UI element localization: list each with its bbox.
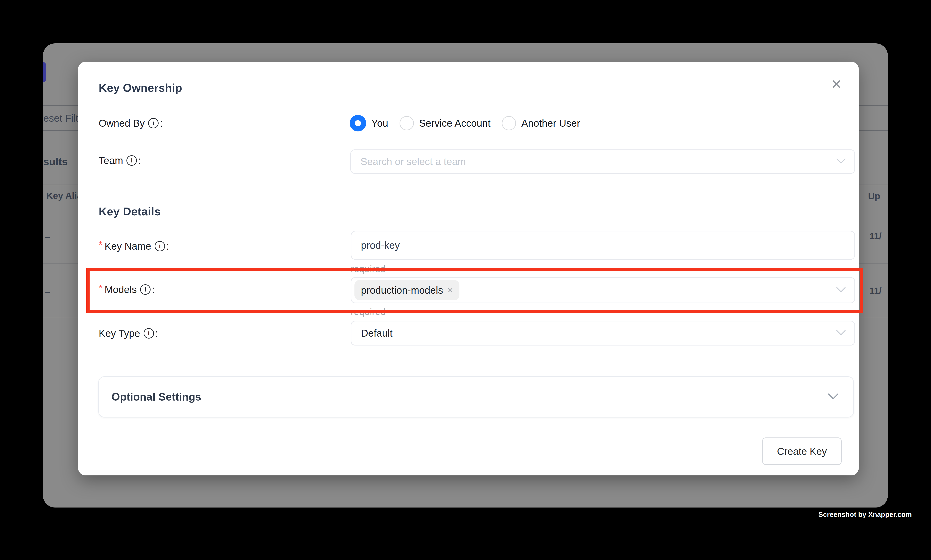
models-label-text: Models (105, 284, 137, 295)
radio-option-you[interactable]: You (350, 115, 388, 131)
create-key-button[interactable]: Create Key (762, 437, 842, 465)
create-key-modal: ✕ Key Ownership Owned By i : You Service… (78, 62, 859, 475)
section-heading-key-ownership: Key Ownership (99, 82, 182, 94)
table-row-cell-updated: 11/ (869, 286, 882, 296)
key-name-label-text: Key Name (105, 240, 151, 252)
table-row-cell-key-alias: – (45, 232, 50, 242)
watermark-text: Screenshot by Xnapper.com (819, 511, 912, 518)
radio-unselected-icon[interactable] (400, 116, 414, 130)
remove-tag-icon[interactable]: × (447, 285, 453, 295)
owned-by-label-text: Owned By (99, 117, 145, 129)
owned-by-radio-group: You Service Account Another User (350, 115, 580, 131)
chevron-down-icon (828, 393, 839, 401)
radio-label: You (371, 117, 388, 129)
chevron-down-icon (836, 287, 846, 294)
reset-filters-button-partial[interactable]: eset Filt (43, 112, 78, 124)
chevron-down-icon (836, 330, 846, 336)
label-colon: : (138, 155, 141, 166)
table-row-cell-key-alias: – (45, 286, 50, 297)
radio-label: Service Account (419, 117, 491, 129)
selected-model-tag: production-models × (354, 280, 459, 300)
key-name-value: prod-key (361, 240, 400, 251)
key-type-label-text: Key Type (99, 328, 140, 339)
label-colon: : (166, 240, 169, 252)
validation-message: required (351, 306, 386, 317)
info-icon[interactable]: i (140, 284, 151, 295)
screenshot-canvas: eset Filt sults Key Alia Up – 11/ – 11/ … (0, 0, 931, 560)
models-label: * Models i : (99, 284, 155, 295)
team-select-placeholder: Search or select a team (360, 156, 466, 168)
section-heading-key-details: Key Details (99, 205, 161, 218)
models-select[interactable]: production-models × (351, 277, 855, 303)
label-colon: : (160, 117, 163, 129)
optional-settings-toggle[interactable]: Optional Settings (98, 376, 854, 417)
chevron-down-icon (836, 158, 846, 165)
key-type-select[interactable]: Default (351, 321, 855, 346)
radio-option-service-account[interactable]: Service Account (400, 116, 491, 130)
team-label: Team i : (99, 155, 141, 166)
key-type-value: Default (361, 327, 392, 339)
required-asterisk: * (99, 283, 102, 294)
table-row-cell-updated: 11/ (869, 231, 882, 242)
required-asterisk: * (99, 240, 102, 250)
radio-selected-icon[interactable] (350, 115, 366, 131)
radio-label: Another User (521, 117, 580, 129)
label-colon: : (155, 328, 158, 339)
key-type-label: Key Type i : (99, 328, 158, 339)
radio-unselected-icon[interactable] (502, 116, 516, 130)
info-icon[interactable]: i (126, 155, 137, 166)
close-icon[interactable]: ✕ (824, 74, 848, 94)
radio-option-another-user[interactable]: Another User (502, 116, 580, 130)
column-header-key-alias: Key Alia (46, 191, 82, 201)
info-icon[interactable]: i (155, 241, 165, 251)
column-header-updated: Up (868, 191, 880, 202)
validation-message: required (351, 263, 386, 274)
key-name-input[interactable]: prod-key (351, 231, 855, 260)
info-icon[interactable]: i (148, 118, 159, 128)
selected-model-tag-label: production-models (361, 284, 443, 296)
optional-settings-title: Optional Settings (111, 391, 201, 403)
label-colon: : (152, 284, 155, 295)
owned-by-label: Owned By i : (99, 117, 163, 129)
key-name-label: * Key Name i : (99, 240, 169, 252)
results-count: sults (43, 156, 68, 168)
team-select[interactable]: Search or select a team (350, 149, 855, 174)
team-label-text: Team (99, 155, 123, 166)
create-key-button-partial[interactable] (43, 62, 46, 82)
info-icon[interactable]: i (144, 328, 154, 338)
